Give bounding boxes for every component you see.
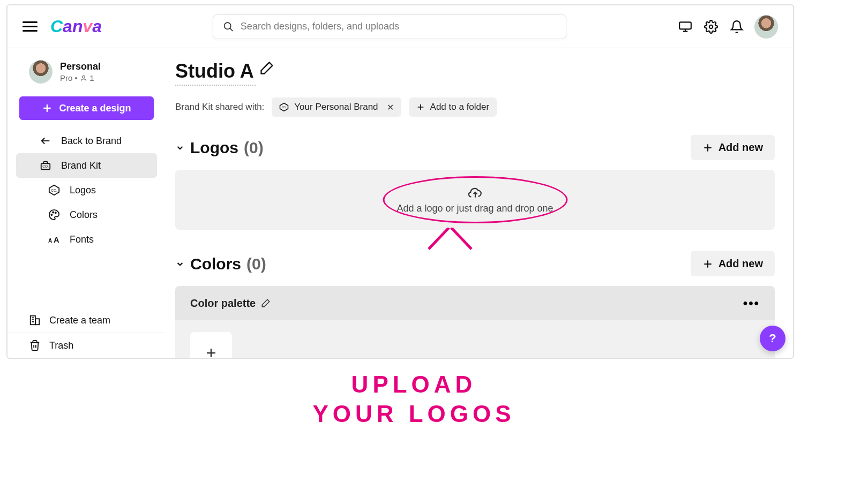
svg-point-6 bbox=[83, 76, 85, 78]
dropzone-label: Add a logo or just drag and drop one bbox=[396, 203, 553, 214]
avatar[interactable] bbox=[754, 15, 778, 39]
account-meta: Pro • 1 bbox=[60, 73, 101, 82]
settings-icon[interactable] bbox=[703, 19, 719, 35]
svg-point-0 bbox=[225, 22, 231, 29]
svg-text:CO.: CO. bbox=[42, 164, 49, 168]
add-color-tile[interactable] bbox=[190, 332, 232, 358]
search-icon bbox=[223, 21, 234, 33]
svg-point-5 bbox=[709, 25, 713, 28]
svg-text:CO.: CO. bbox=[51, 189, 57, 192]
trash-icon bbox=[29, 340, 41, 351]
annotation-oval bbox=[383, 176, 567, 223]
canva-logo[interactable]: Canva bbox=[50, 17, 102, 36]
add-new-color-button[interactable]: Add new bbox=[691, 251, 775, 276]
plus-icon bbox=[42, 103, 53, 114]
pencil-icon[interactable] bbox=[261, 298, 271, 308]
chevron-down-icon bbox=[175, 259, 185, 269]
create-team[interactable]: Create a team bbox=[8, 308, 166, 333]
palette-title[interactable]: Color palette bbox=[190, 297, 271, 310]
remove-chip-icon[interactable]: ✕ bbox=[387, 102, 394, 112]
sidebar-item-brand-kit[interactable]: CO. Brand Kit bbox=[16, 153, 157, 178]
add-to-folder-button[interactable]: Add to a folder bbox=[409, 97, 497, 117]
create-design-button[interactable]: Create a design bbox=[19, 96, 154, 120]
account-name: Personal bbox=[60, 61, 101, 72]
plus-icon bbox=[702, 259, 713, 269]
svg-text:CO.: CO. bbox=[282, 106, 286, 109]
annotation-caption: UPLOAD YOUR LOGOS bbox=[0, 370, 828, 428]
briefcase-icon: CO. bbox=[40, 160, 51, 171]
svg-point-15 bbox=[53, 212, 54, 213]
shared-with-label: Brand Kit shared with: bbox=[175, 102, 264, 112]
svg-rect-2 bbox=[679, 22, 691, 29]
title-underline bbox=[175, 85, 256, 86]
logos-section-title[interactable]: Logos (0) bbox=[175, 139, 264, 157]
sidebar-item-fonts[interactable]: AA Fonts bbox=[16, 227, 157, 252]
svg-text:A: A bbox=[48, 238, 53, 244]
logo-dropzone[interactable]: Add a logo or just drag and drop one bbox=[175, 170, 775, 230]
person-icon bbox=[80, 74, 87, 82]
svg-line-1 bbox=[230, 28, 233, 31]
sidebar-item-logos[interactable]: CO. Logos bbox=[16, 178, 157, 202]
hex-icon: CO. bbox=[279, 102, 289, 112]
upload-cloud-icon bbox=[468, 186, 482, 200]
logo-icon: CO. bbox=[48, 184, 60, 196]
shared-chip[interactable]: CO. Your Personal Brand ✕ bbox=[272, 97, 401, 117]
account-avatar[interactable] bbox=[29, 60, 53, 84]
plus-icon bbox=[205, 347, 218, 358]
palette-more-icon[interactable]: ••• bbox=[743, 296, 760, 311]
palette-icon bbox=[48, 209, 60, 221]
trash[interactable]: Trash bbox=[8, 333, 166, 358]
chevron-down-icon bbox=[175, 143, 185, 153]
plus-icon bbox=[416, 103, 425, 111]
svg-rect-20 bbox=[35, 319, 39, 325]
sidebar-item-colors[interactable]: Colors bbox=[16, 202, 157, 227]
hamburger-menu[interactable] bbox=[23, 19, 38, 34]
svg-point-14 bbox=[51, 214, 52, 215]
plus-icon bbox=[702, 142, 713, 153]
svg-text:A: A bbox=[54, 236, 59, 244]
kit-title[interactable]: Studio A bbox=[175, 60, 274, 82]
back-to-brand[interactable]: Back to Brand bbox=[16, 129, 157, 153]
desktop-icon[interactable] bbox=[677, 19, 693, 35]
building-icon bbox=[29, 314, 41, 326]
add-new-logo-button[interactable]: Add new bbox=[691, 135, 775, 160]
help-fab[interactable]: ? bbox=[760, 326, 785, 351]
notifications-icon[interactable] bbox=[729, 19, 745, 35]
arrow-left-icon bbox=[40, 135, 51, 147]
colors-section-title[interactable]: Colors (0) bbox=[175, 255, 266, 273]
svg-point-16 bbox=[55, 212, 56, 213]
search-input[interactable] bbox=[213, 14, 566, 39]
pencil-icon[interactable] bbox=[259, 61, 274, 76]
fonts-icon: AA bbox=[48, 234, 60, 245]
